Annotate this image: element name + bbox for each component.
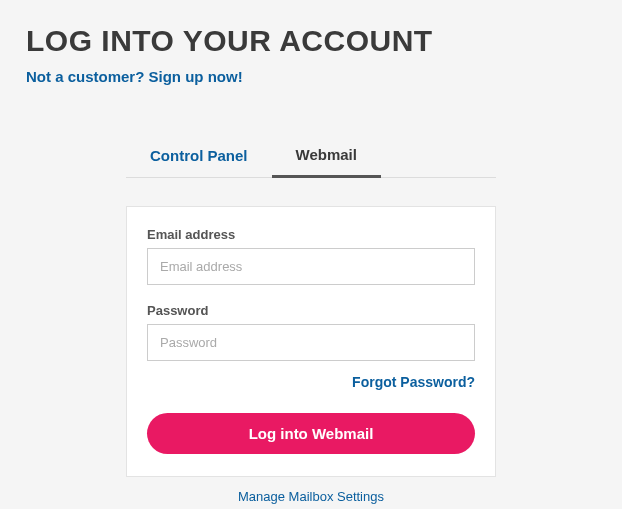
page-title: LOG INTO YOUR ACCOUNT <box>26 24 596 58</box>
login-card: Email address Password Forgot Password? … <box>126 206 496 477</box>
email-field[interactable] <box>147 248 475 285</box>
forgot-password-link[interactable]: Forgot Password? <box>352 374 475 390</box>
manage-mailbox-link[interactable]: Manage Mailbox Settings <box>238 489 384 504</box>
email-label: Email address <box>147 227 475 242</box>
manage-row: Manage Mailbox Settings <box>126 487 496 505</box>
tabs-bar: Control Panel Webmail <box>126 136 496 178</box>
password-label: Password <box>147 303 475 318</box>
password-field[interactable] <box>147 324 475 361</box>
signup-link[interactable]: Not a customer? Sign up now! <box>26 68 243 85</box>
tab-control-panel[interactable]: Control Panel <box>126 136 272 177</box>
login-button[interactable]: Log into Webmail <box>147 413 475 454</box>
tabs-container: Control Panel Webmail Email address Pass… <box>26 136 596 505</box>
tab-webmail[interactable]: Webmail <box>272 136 381 178</box>
forgot-row: Forgot Password? <box>147 373 475 391</box>
